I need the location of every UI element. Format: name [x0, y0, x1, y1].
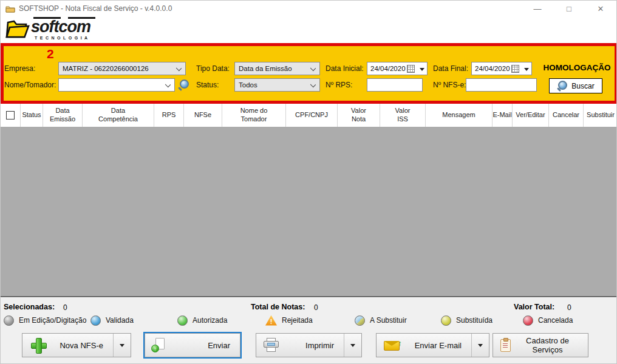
column-header-substituir[interactable]: Substituir — [584, 104, 617, 127]
chevron-down-icon[interactable] — [310, 66, 316, 71]
envelope-flap — [384, 341, 400, 346]
nova-nfse-dropdown-arrow[interactable] — [113, 334, 131, 357]
column-header-rps[interactable]: RPS — [154, 104, 184, 127]
softcom-logo: softcom TECNOLOGIA — [5, 17, 127, 44]
column-header-ver-editar[interactable]: Ver/Editar — [513, 104, 549, 127]
window-controls: — □ ✕ — [522, 1, 616, 16]
legend-substituida: Substituída — [441, 314, 493, 326]
legend-cancelada: Cancelada — [523, 314, 573, 326]
nova-nfse-button[interactable]: Nova NFS-e — [22, 333, 131, 357]
select-all-cell[interactable] — [1, 104, 21, 127]
green-up-arrow-icon: ↑ — [398, 339, 403, 347]
chevron-down-icon[interactable] — [310, 82, 316, 87]
chevron-down-icon[interactable] — [165, 82, 171, 87]
imprimir-dropdown-arrow[interactable] — [344, 334, 361, 357]
column-header-email[interactable]: E-Mail — [493, 104, 513, 127]
empresa-select[interactable]: MATRIZ - 06220266000126 — [58, 62, 186, 75]
cadastro-servicos-button[interactable]: Cadastro de Serviços — [493, 333, 588, 357]
title-bar: SOFTSHOP - Nota Fiscal de Serviço - v.4.… — [1, 1, 616, 16]
logo-folder-icon — [5, 18, 30, 42]
data-inicial-label: Data Inicial: — [326, 64, 364, 73]
num-rps-label: Nº RPS: — [326, 81, 352, 89]
printer-slot — [267, 343, 275, 346]
status-green-sphere-icon — [177, 315, 188, 326]
legend-label: A Substituir — [370, 316, 407, 325]
total-notas-label: Total de Notas: — [251, 303, 305, 311]
status-red-sphere-icon — [523, 315, 533, 326]
maximize-icon[interactable]: □ — [553, 1, 585, 16]
printer-icon — [264, 338, 279, 352]
logo-text: softcom TECNOLOGIA — [31, 17, 95, 40]
table-header: Status Data Emissão Data Competência RPS… — [1, 104, 617, 127]
logo-brand: softcom — [31, 19, 95, 35]
close-icon[interactable]: ✕ — [585, 1, 616, 16]
environment-badge: HOMOLOGAÇÃO — [540, 63, 613, 72]
plus-icon — [31, 338, 46, 352]
search-icon — [557, 81, 567, 91]
status-yellow-sphere-icon — [441, 315, 451, 326]
select-all-checkbox[interactable] — [6, 111, 15, 120]
imprimir-button[interactable]: Imprimir — [256, 333, 362, 357]
triangle-down-icon — [350, 344, 355, 347]
clipboard-icon — [500, 339, 511, 352]
printer-paper-out — [267, 347, 276, 352]
column-header-nfse[interactable]: NFSe — [184, 104, 222, 127]
tipo-data-select[interactable]: Data da Emissão — [234, 62, 320, 75]
enviar-label: Enviar — [165, 341, 240, 350]
app-folder-icon — [5, 4, 15, 15]
nova-nfse-label: Nova NFS-e — [46, 341, 113, 350]
triangle-down-icon — [120, 344, 124, 347]
calendar-icon[interactable] — [511, 65, 519, 73]
num-nfse-input[interactable] — [466, 78, 537, 92]
warning-triangle-icon — [265, 315, 277, 326]
minimize-icon[interactable]: — — [522, 1, 553, 16]
column-header-data-competencia[interactable]: Data Competência — [83, 104, 154, 127]
chevron-down-icon[interactable] — [176, 66, 182, 71]
legend-label: Rejeitada — [282, 316, 313, 325]
data-inicial-input[interactable]: 24/04/2020 — [367, 62, 428, 75]
legend-validada: Validada — [90, 314, 134, 326]
status-half-sphere-icon — [355, 315, 365, 326]
total-notas-value: 0 — [314, 303, 318, 312]
data-final-value: 24/04/2020 — [475, 65, 510, 72]
footer-area: Selecionadas: 0 Total de Notas: 0 Valor … — [1, 298, 617, 364]
empresa-value: MATRIZ - 06220266000126 — [63, 65, 149, 72]
legend-label: Substituída — [456, 316, 493, 325]
window-title: SOFTSHOP - Nota Fiscal de Serviço - v.4.… — [19, 4, 172, 13]
enviar-button[interactable]: ↑ Enviar — [145, 333, 240, 357]
column-header-cpf-cnpj[interactable]: CPF/CNPJ — [286, 104, 338, 127]
buscar-label: Buscar — [571, 82, 594, 90]
email-envelope-icon: ↑ — [384, 339, 402, 351]
column-header-status[interactable]: Status — [21, 104, 43, 127]
calendar-icon[interactable] — [407, 65, 415, 73]
triangle-down-icon — [478, 344, 483, 347]
enviar-email-button[interactable]: ↑ Enviar E-mail — [376, 333, 489, 357]
date-dropdown-arrow-icon[interactable] — [524, 68, 529, 71]
status-select[interactable]: Todos — [234, 78, 320, 92]
tipo-data-value: Data da Emissão — [239, 65, 292, 72]
nome-tomador-input[interactable] — [58, 78, 175, 92]
data-final-input[interactable]: 24/04/2020 — [471, 62, 532, 75]
legend-label: Autorizada — [193, 316, 227, 325]
empresa-label: Empresa: — [4, 64, 35, 73]
tipo-data-label: Tipo Data: — [196, 64, 230, 73]
enviar-email-label: Enviar E-mail — [402, 341, 471, 350]
enviar-email-dropdown-arrow[interactable] — [471, 334, 489, 357]
column-header-cancelar[interactable]: Cancelar — [549, 104, 584, 127]
column-header-nome-tomador[interactable]: Nome do Tomador — [222, 104, 286, 127]
valor-total-value: 0 — [567, 303, 571, 312]
nome-tomador-label: Nome/Tomador: — [4, 81, 56, 89]
column-header-data-emissao[interactable]: Data Emissão — [43, 104, 83, 127]
table-body-empty — [1, 127, 617, 297]
valor-total-label: Valor Total: — [514, 303, 554, 311]
num-rps-input[interactable] — [367, 78, 423, 92]
status-value: Todos — [239, 81, 257, 89]
legend-em-edicao: Em Edição/Digitação — [4, 314, 86, 326]
date-dropdown-arrow-icon[interactable] — [420, 68, 424, 71]
search-tomador-icon[interactable] — [178, 79, 189, 90]
app-window: SOFTSHOP - Nota Fiscal de Serviço - v.4.… — [0, 0, 617, 364]
column-header-valor-nota[interactable]: Valor Nota — [338, 104, 380, 127]
buscar-button[interactable]: Buscar — [549, 78, 602, 93]
column-header-valor-iss[interactable]: Valor ISS — [380, 104, 426, 127]
column-header-mensagem[interactable]: Mensagem — [426, 104, 493, 127]
